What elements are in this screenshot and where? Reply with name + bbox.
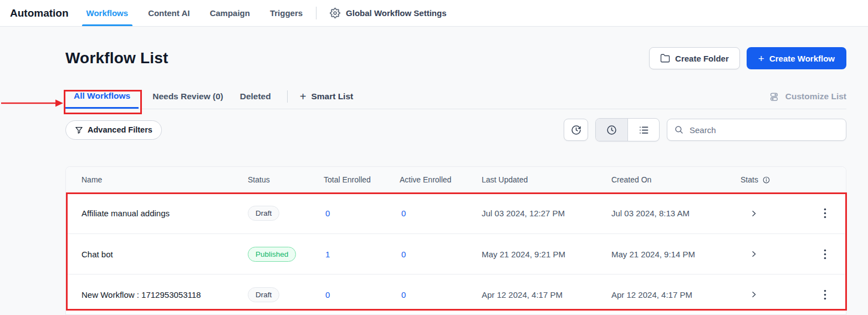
- column-header-total-enrolled: Total Enrolled: [324, 175, 400, 184]
- tab-deleted[interactable]: Deleted: [232, 84, 279, 109]
- created-on-value: May 21 2024, 9:14 PM: [611, 250, 741, 259]
- top-nav-bar: Automation Workflows Content AI Campaign…: [0, 0, 868, 27]
- tabs-divider: [287, 90, 288, 103]
- heading-row: Workflow List Create Folder + Create Wor…: [65, 47, 846, 69]
- topbar-divider: [316, 7, 316, 19]
- recent-view-toggle[interactable]: [596, 119, 627, 141]
- search-box: [667, 119, 846, 141]
- table-header-row: Name Status Total Enrolled Active Enroll…: [66, 167, 846, 193]
- create-folder-button[interactable]: Create Folder: [649, 47, 740, 69]
- app-title: Automation: [10, 0, 69, 26]
- advanced-filters-label: Advanced Filters: [88, 125, 152, 134]
- top-nav-tabs: Workflows Content AI Campaign Triggers: [86, 0, 303, 26]
- tab-campaign[interactable]: Campaign: [210, 0, 250, 26]
- list-icon: [638, 124, 650, 136]
- workflow-table: Name Status Total Enrolled Active Enroll…: [65, 166, 846, 315]
- funnel-icon: [75, 126, 83, 134]
- workflow-name[interactable]: Affiliate manual addings: [81, 209, 248, 218]
- column-header-active-enrolled: Active Enrolled: [400, 175, 482, 184]
- view-toggle-group: [595, 118, 660, 141]
- active-enrolled-link[interactable]: 0: [400, 250, 482, 259]
- create-workflow-button[interactable]: + Create Workflow: [747, 47, 846, 69]
- total-enrolled-link[interactable]: 0: [324, 290, 400, 299]
- row-menu-kebab-icon[interactable]: [820, 205, 830, 222]
- last-updated-value: Jul 03 2024, 12:27 PM: [482, 209, 611, 218]
- smart-list-label: Smart List: [311, 92, 353, 101]
- tab-triggers[interactable]: Triggers: [270, 0, 303, 26]
- automation-page: Automation Workflows Content AI Campaign…: [0, 0, 868, 315]
- stats-expand-chevron[interactable]: [747, 288, 760, 301]
- search-input[interactable]: [667, 119, 846, 141]
- active-enrolled-link[interactable]: 0: [400, 290, 482, 299]
- heading-actions: Create Folder + Create Workflow: [649, 47, 846, 69]
- total-enrolled-link[interactable]: 1: [324, 250, 400, 259]
- toolbar-right: [564, 118, 846, 141]
- customize-list-button[interactable]: Customize List: [770, 84, 846, 109]
- tab-content-ai[interactable]: Content AI: [148, 0, 190, 26]
- column-header-last-updated: Last Updated: [482, 175, 611, 184]
- clock-history-icon: [570, 124, 582, 136]
- tab-needs-review[interactable]: Needs Review (0): [144, 84, 232, 109]
- column-header-status: Status: [248, 175, 324, 184]
- workflow-name[interactable]: New Workflow : 1712953053118: [81, 290, 248, 299]
- global-workflow-settings-label: Global Workflow Settings: [346, 8, 446, 18]
- tab-workflows[interactable]: Workflows: [86, 0, 129, 26]
- table-row[interactable]: Affiliate manual addings Draft 0 0 Jul 0…: [66, 193, 846, 233]
- active-enrolled-link[interactable]: 0: [400, 209, 482, 218]
- customize-list-label: Customize List: [785, 92, 846, 101]
- smart-list-button[interactable]: + Smart List: [295, 84, 358, 109]
- column-header-created-on: Created On: [611, 175, 741, 184]
- created-on-value: Jul 03 2024, 8:13 AM: [611, 209, 741, 218]
- toggles-icon: [770, 92, 780, 102]
- global-workflow-settings-button[interactable]: Global Workflow Settings: [330, 0, 446, 26]
- info-icon[interactable]: [762, 176, 770, 184]
- create-folder-label: Create Folder: [675, 54, 729, 63]
- plus-icon: +: [758, 53, 764, 64]
- page-title: Workflow List: [65, 49, 169, 67]
- row-menu-kebab-icon[interactable]: [820, 246, 830, 263]
- create-workflow-label: Create Workflow: [769, 54, 835, 63]
- filter-row: Advanced Filters: [65, 118, 846, 141]
- workflow-name[interactable]: Chat bot: [81, 250, 248, 259]
- last-updated-value: Apr 12 2024, 4:17 PM: [482, 290, 611, 299]
- list-view-toggle[interactable]: [627, 119, 659, 141]
- table-row[interactable]: New Workflow : 1712953053118 Draft 0 0 A…: [66, 274, 846, 314]
- tab-all-workflows[interactable]: All Workflows: [65, 84, 139, 109]
- last-updated-value: May 21 2024, 9:21 PM: [482, 250, 611, 259]
- table-row[interactable]: Chat bot Published 1 0 May 21 2024, 9:21…: [66, 233, 846, 274]
- gear-icon: [330, 8, 340, 18]
- enrollment-history-button[interactable]: [564, 119, 588, 141]
- status-badge: Draft: [248, 287, 279, 302]
- row-menu-kebab-icon[interactable]: [820, 286, 830, 303]
- status-badge: Draft: [248, 206, 279, 221]
- stats-expand-chevron[interactable]: [747, 207, 760, 220]
- column-header-name: Name: [81, 175, 248, 184]
- stats-expand-chevron[interactable]: [747, 247, 760, 261]
- created-on-value: Apr 12 2024, 4:17 PM: [611, 290, 741, 299]
- advanced-filters-button[interactable]: Advanced Filters: [65, 120, 162, 140]
- column-header-stats: Stats: [741, 175, 789, 184]
- status-badge: Published: [248, 247, 296, 262]
- total-enrolled-link[interactable]: 0: [324, 209, 400, 218]
- clock-icon: [606, 124, 617, 136]
- plus-icon: +: [300, 91, 307, 102]
- folder-icon: [660, 53, 670, 63]
- annotation-arrow: [0, 98, 65, 109]
- workflow-list-tabs: All Workflows Needs Review (0) Deleted +…: [65, 84, 846, 109]
